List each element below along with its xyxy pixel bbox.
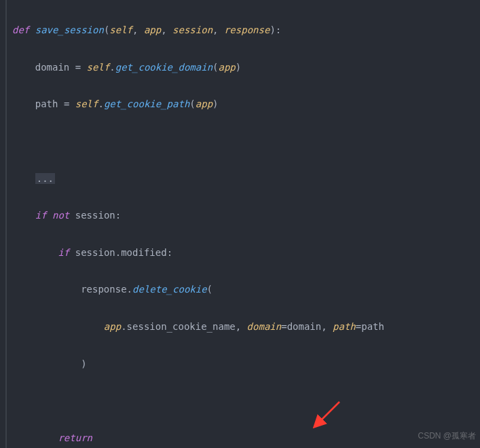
code-line: return bbox=[7, 429, 480, 447]
code-line bbox=[7, 392, 480, 410]
code-line bbox=[7, 132, 480, 151]
code-line: if not session: bbox=[7, 206, 480, 225]
code-line: if session.modified: bbox=[7, 244, 480, 262]
code-line: app.session_cookie_name, domain=domain, … bbox=[7, 318, 480, 336]
ellipsis: ... bbox=[35, 173, 55, 184]
code-block: def save_session(self, app, session, res… bbox=[5, 0, 480, 448]
code-line: ... bbox=[7, 170, 480, 188]
code-line: path = self.get_cookie_path(app) bbox=[7, 95, 480, 113]
code-line: ) bbox=[7, 355, 480, 373]
watermark: CSDN @孤寒者 bbox=[418, 428, 476, 444]
code-line: domain = self.get_cookie_domain(app) bbox=[7, 58, 480, 77]
code-line: response.delete_cookie( bbox=[7, 280, 480, 299]
code-line: def save_session(self, app, session, res… bbox=[7, 21, 480, 39]
